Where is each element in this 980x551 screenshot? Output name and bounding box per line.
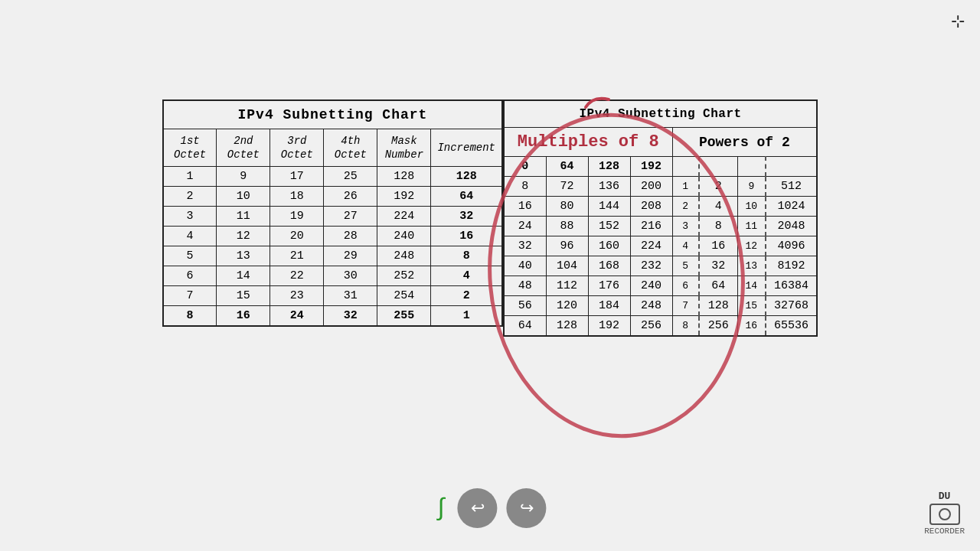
left-cell: 32 [431,207,502,227]
mult-cell: 16 [504,197,546,217]
left-cell: 12 [217,227,270,246]
mult-cell: 184 [588,296,630,316]
section-header-row: Multiples of 8 Powers of 2 [504,128,817,157]
pow-val2-cell: 32768 [766,296,817,316]
left-cell: 8 [431,246,502,266]
left-cell: 4 [163,227,217,246]
mult-cell: 32 [504,236,546,256]
left-table-row: 81624322551 [163,306,502,327]
right-table-row: 248815221638112048 [504,217,817,236]
pow-n2-cell: 11 [737,217,766,236]
pow-n2-cell: 9 [737,177,766,197]
mult-cell: 176 [588,276,630,296]
left-cell: 20 [270,227,324,246]
pow-n2-cell: 14 [737,276,766,296]
left-cell: 19 [270,207,324,227]
left-title-row: IPv4 Subnetting Chart [163,100,502,129]
pow-val1-cell: 32 [699,256,737,276]
tables-wrapper: IPv4 Subnetting Chart 1stOctet 2ndOctet … [162,99,818,337]
pow-val1-cell: 4 [699,197,737,217]
mult-cell: 112 [546,276,588,296]
left-table-row: 311192722432 [163,207,502,227]
left-cell: 16 [431,227,502,246]
mult-cell: 256 [630,316,672,337]
left-table-row: 61422302524 [163,266,502,286]
pow-n1-cell: 2 [672,197,699,217]
pow-n1-cell: 3 [672,217,699,236]
mult-cell: 224 [630,236,672,256]
left-cell: 240 [377,227,431,246]
left-cell: 15 [217,286,270,306]
right-table-row: 6412819225682561665536 [504,316,817,337]
left-cell: 25 [324,167,377,187]
pow-val2-cell: 512 [766,177,817,197]
pow-val2-cell: 8192 [766,256,817,276]
undo-button[interactable]: ↩ [458,488,498,528]
pow-col-n1 [672,157,699,177]
right-table-title: IPv4 Subnetting Chart [504,100,817,128]
bottom-controls: ∫ ↩ ↪ [433,488,546,528]
pow-n1-cell: 7 [672,296,699,316]
left-cell: 16 [217,306,270,327]
left-cell: 254 [377,286,431,306]
pow-val1-cell: 2 [699,177,737,197]
left-cell: 248 [377,246,431,266]
left-cell: 17 [270,167,324,187]
pow-n1-cell: 6 [672,276,699,296]
left-cell: 128 [377,167,431,187]
right-col-header-row: 0 64 128 192 [504,157,817,177]
left-cell: 29 [324,246,377,266]
pow-val2-cell: 65536 [766,316,817,337]
pow-val1-cell: 8 [699,217,737,236]
left-cell: 30 [324,266,377,286]
redo-button[interactable]: ↪ [507,488,547,528]
pow-val1-cell: 128 [699,296,737,316]
mult-cell: 80 [546,197,588,217]
mult-cell: 56 [504,296,546,316]
left-cell: 2 [431,286,502,306]
pow-n1-cell: 8 [672,316,699,337]
left-cell: 7 [163,286,217,306]
mult-cell: 8 [504,177,546,197]
mult-cell: 104 [546,256,588,276]
col-mask-number: MaskNumber [377,129,431,167]
left-cell: 23 [270,286,324,306]
left-cell: 64 [431,187,502,207]
left-cell: 2 [163,187,217,207]
pow-n1-cell: 1 [672,177,699,197]
mult-cell: 128 [546,316,588,337]
pow-val2-cell: 4096 [766,236,817,256]
pen-icon: ∫ [433,494,448,523]
cam-icon [929,504,960,525]
left-cell: 128 [431,167,502,187]
pow-n2-cell: 10 [737,197,766,217]
pow-val1-cell: 16 [699,236,737,256]
mult-cell: 96 [546,236,588,256]
pow-val1-cell: 64 [699,276,737,296]
right-table-row: 3296160224416124096 [504,236,817,256]
right-table-row: 5612018424871281532768 [504,296,817,316]
mult-cell: 64 [504,316,546,337]
left-table-row: 191725128128 [163,167,502,187]
col-increment: Increment [431,129,502,167]
mult-col-192: 192 [630,157,672,177]
du-recorder-badge: DU RECORDER [924,491,965,536]
mult-cell: 144 [588,197,630,217]
mult-cell: 200 [630,177,672,197]
col-2nd-octet: 2ndOctet [217,129,270,167]
left-table-row: 51321292488 [163,246,502,266]
left-table-title: IPv4 Subnetting Chart [163,100,502,129]
left-cell: 14 [217,266,270,286]
du-label: DU [939,491,951,502]
mult-cell: 216 [630,217,672,236]
mult-cell: 248 [630,296,672,316]
pow-n2-cell: 12 [737,236,766,256]
pow-val1-cell: 256 [699,316,737,337]
pow-n2-cell: 13 [737,256,766,276]
mult-cell: 40 [504,256,546,276]
mult-cell: 72 [546,177,588,197]
pow-val2-cell: 16384 [766,276,817,296]
right-subnetting-table: IPv4 Subnetting Chart Multiples of 8 Pow… [503,99,818,337]
left-cell: 32 [324,306,377,327]
right-table-row: 872136200129512 [504,177,817,197]
